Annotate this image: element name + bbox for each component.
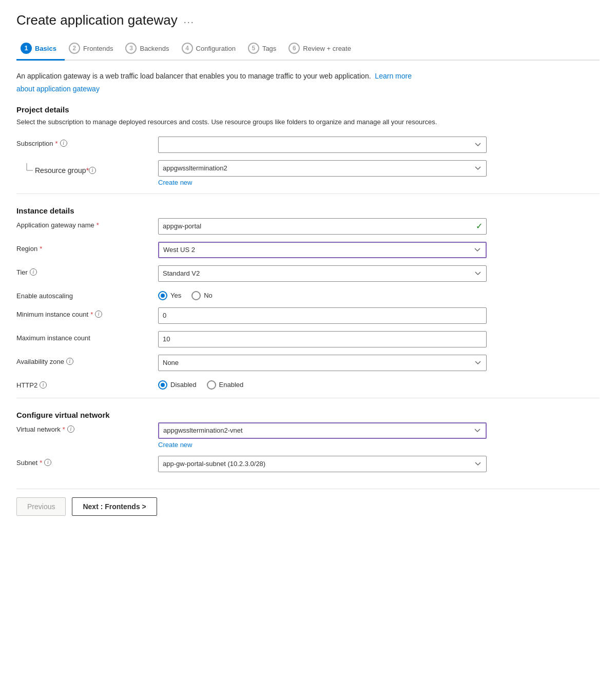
resource-group-label: Resource group <box>35 166 86 175</box>
max-instance-input[interactable] <box>158 331 487 347</box>
autoscaling-row: Enable autoscaling Yes No <box>16 289 600 300</box>
step-circle-6: 6 <box>288 43 300 54</box>
wizard-steps: 1 Basics 2 Frontends 3 Backends 4 Config… <box>16 38 600 61</box>
vnet-required: * <box>63 425 65 433</box>
min-instance-info-icon[interactable]: i <box>95 311 102 318</box>
http2-enabled-option[interactable]: Enabled <box>207 380 244 390</box>
availability-zone-select[interactable]: None <box>158 355 487 371</box>
http2-radio-group: Disabled Enabled <box>158 378 487 390</box>
step-label-basics: Basics <box>35 45 56 52</box>
tier-select[interactable]: Standard V2 <box>158 265 487 282</box>
vnet-row: Virtual network * i appgwssltermination2… <box>16 422 600 449</box>
region-row: Region * West US 2 <box>16 242 600 258</box>
http2-info-icon[interactable]: i <box>40 381 47 389</box>
min-instance-required: * <box>90 311 93 318</box>
learn-more-link[interactable]: Learn more <box>375 72 412 80</box>
bottom-bar: Previous Next : Frontends > <box>16 489 600 516</box>
subnet-info-icon[interactable]: i <box>44 459 51 466</box>
step-label-configuration: Configuration <box>196 45 236 52</box>
tree-line <box>23 163 33 178</box>
app-gw-name-label: Application gateway name * <box>16 218 150 229</box>
subscription-row: Subscription * i <box>16 137 600 153</box>
subnet-select[interactable]: app-gw-portal-subnet (10.2.3.0/28) <box>158 456 487 472</box>
resource-group-label-wrap: Resource group * i <box>16 160 150 178</box>
step-circle-1: 1 <box>21 43 32 54</box>
http2-enabled-label: Enabled <box>219 381 244 389</box>
min-instance-input[interactable] <box>158 307 487 324</box>
app-gw-name-row: Application gateway name * ✓ <box>16 218 600 235</box>
vnet-control: appgwssltermination2-vnet Create new <box>158 422 487 449</box>
min-instance-control <box>158 307 487 324</box>
step-frontends[interactable]: 2 Frontends <box>65 38 122 61</box>
step-circle-4: 4 <box>182 43 193 54</box>
region-required: * <box>40 245 42 253</box>
app-gw-name-check-icon: ✓ <box>476 221 483 231</box>
learn-more-about-link[interactable]: about application gateway <box>16 85 100 93</box>
tier-info-icon[interactable]: i <box>30 268 37 276</box>
tier-control: Standard V2 <box>158 265 487 282</box>
autoscaling-yes-radio[interactable] <box>158 291 167 300</box>
max-instance-control <box>158 331 487 347</box>
create-new-rg-link[interactable]: Create new <box>158 179 192 186</box>
http2-disabled-option[interactable]: Disabled <box>158 380 197 390</box>
http2-row: HTTP2 i Disabled Enabled <box>16 378 600 390</box>
min-instance-label: Minimum instance count * i <box>16 307 150 318</box>
vnet-info-icon[interactable]: i <box>67 425 74 433</box>
create-new-vnet-link[interactable]: Create new <box>158 441 192 449</box>
autoscaling-yes-option[interactable]: Yes <box>158 291 181 300</box>
step-circle-3: 3 <box>125 43 137 54</box>
availability-zone-row: Availability zone i None <box>16 355 600 371</box>
step-circle-2: 2 <box>69 43 80 54</box>
step-basics[interactable]: 1 Basics <box>16 38 65 61</box>
max-instance-label: Maximum instance count <box>16 331 150 342</box>
previous-button[interactable]: Previous <box>16 497 66 516</box>
page-title: Create application gateway <box>16 12 178 28</box>
http2-disabled-label: Disabled <box>170 381 197 389</box>
http2-label: HTTP2 i <box>16 378 150 389</box>
availability-zone-label: Availability zone i <box>16 355 150 365</box>
autoscaling-label: Enable autoscaling <box>16 289 150 300</box>
region-label: Region * <box>16 242 150 253</box>
tier-row: Tier i Standard V2 <box>16 265 600 282</box>
project-details-desc: Select the subscription to manage deploy… <box>16 117 600 127</box>
resource-group-info-icon[interactable]: i <box>89 167 96 174</box>
autoscaling-no-option[interactable]: No <box>191 291 213 300</box>
basics-description: An application gateway is a web traffic … <box>16 71 600 82</box>
vnet-label: Virtual network * i <box>16 422 150 433</box>
autoscaling-no-radio[interactable] <box>191 291 201 300</box>
step-configuration[interactable]: 4 Configuration <box>178 38 244 61</box>
step-tags[interactable]: 5 Tags <box>244 38 284 61</box>
step-backends[interactable]: 3 Backends <box>121 38 177 61</box>
autoscaling-radio-group: Yes No <box>158 289 487 300</box>
step-label-frontends: Frontends <box>83 45 113 52</box>
project-details-title: Project details <box>16 105 600 114</box>
resource-group-select[interactable]: appgwssltermination2 <box>158 160 487 177</box>
http2-control: Disabled Enabled <box>158 378 487 390</box>
subscription-select[interactable] <box>158 137 487 153</box>
app-gw-name-required: * <box>97 221 99 229</box>
autoscaling-no-label: No <box>204 292 213 299</box>
resource-group-row: Resource group * i appgwssltermination2 … <box>16 160 600 186</box>
http2-disabled-radio[interactable] <box>158 380 167 390</box>
autoscaling-yes-label: Yes <box>170 292 181 299</box>
app-gw-name-input[interactable] <box>158 218 487 235</box>
region-select[interactable]: West US 2 <box>158 242 487 258</box>
step-review-create[interactable]: 6 Review + create <box>284 38 359 61</box>
next-button[interactable]: Next : Frontends > <box>72 497 157 516</box>
subnet-required: * <box>40 459 42 467</box>
step-circle-5: 5 <box>248 43 259 54</box>
availability-zone-info-icon[interactable]: i <box>66 358 73 365</box>
app-gw-name-control: ✓ <box>158 218 487 235</box>
subnet-control: app-gw-portal-subnet (10.2.3.0/28) <box>158 456 487 472</box>
vnet-section-title: Configure virtual network <box>16 411 600 419</box>
subscription-required: * <box>55 140 58 147</box>
max-instance-row: Maximum instance count <box>16 331 600 347</box>
subscription-info-icon[interactable]: i <box>60 140 67 147</box>
more-options-icon[interactable]: ... <box>184 15 195 26</box>
step-label-backends: Backends <box>140 45 169 52</box>
instance-details-title: Instance details <box>16 206 600 215</box>
vnet-select[interactable]: appgwssltermination2-vnet <box>158 422 487 439</box>
autoscaling-control: Yes No <box>158 289 487 300</box>
http2-enabled-radio[interactable] <box>207 380 216 390</box>
step-label-tags: Tags <box>262 45 276 52</box>
